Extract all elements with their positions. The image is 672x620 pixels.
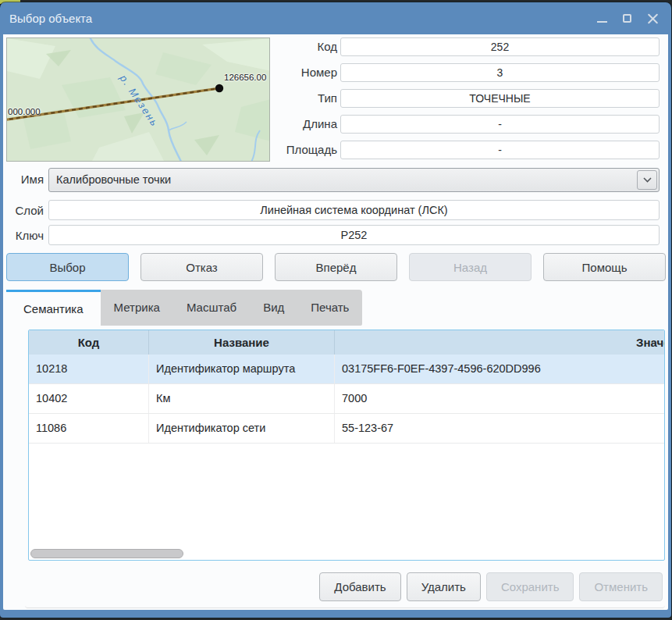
name-combobox-value: Калибровочные точки xyxy=(56,173,171,186)
titlebar[interactable]: Выбор объекта xyxy=(0,2,671,34)
layer-label: Слой xyxy=(3,204,44,217)
window-title: Выбор объекта xyxy=(9,2,92,34)
table-row[interactable]: 10218 Идентификатор маршрута 03175FF6-F0… xyxy=(29,355,664,384)
type-label: Тип xyxy=(265,89,337,108)
column-header-name[interactable]: Название xyxy=(149,330,335,355)
dialog-frame-bottom xyxy=(25,605,665,608)
key-label: Ключ xyxy=(3,229,44,242)
chevron-down-icon xyxy=(643,177,652,183)
add-button[interactable]: Добавить xyxy=(319,572,400,601)
map-start-point-label: 000.000 xyxy=(8,107,41,116)
cell-name: Км xyxy=(149,384,335,413)
object-selection-dialog: Выбор объекта xyxy=(0,2,671,618)
name-combobox[interactable]: Калибровочные точки xyxy=(48,168,660,192)
tab-metrics[interactable]: Метрика xyxy=(101,290,173,326)
tab-view[interactable]: Вид xyxy=(250,290,297,326)
length-label: Длина xyxy=(265,115,337,134)
cell-code: 10402 xyxy=(29,384,149,413)
type-field[interactable]: ТОЧЕЧНЫЕ xyxy=(340,89,660,108)
name-label: Имя xyxy=(3,173,44,186)
code-label: Код xyxy=(265,37,337,56)
tab-print[interactable]: Печать xyxy=(297,290,362,326)
tab-bar: Семантика Метрика Масштаб Вид Печать xyxy=(6,290,362,326)
tab-semantics[interactable]: Семантика xyxy=(6,290,101,326)
tab-scale[interactable]: Масштаб xyxy=(173,290,250,326)
horizontal-scrollbar[interactable] xyxy=(29,547,664,560)
code-field[interactable]: 252 xyxy=(340,37,660,56)
column-header-value[interactable]: Значение xyxy=(636,330,664,355)
column-header-code[interactable]: Код xyxy=(29,330,149,355)
bottom-button-row: Добавить Удалить Сохранить Отменить xyxy=(3,572,663,601)
help-button[interactable]: Помощь xyxy=(543,253,666,281)
table-row[interactable]: 10402 Км 7000 xyxy=(29,384,664,414)
maximize-icon[interactable] xyxy=(623,14,631,23)
semantics-table[interactable]: Код Название Значение 10218 Идентификато… xyxy=(28,330,665,561)
cell-code: 10218 xyxy=(29,355,149,383)
combobox-dropdown-button[interactable] xyxy=(637,170,657,190)
forward-button[interactable]: Вперёд xyxy=(275,253,397,281)
map-end-point-label: 126656.00 xyxy=(224,73,266,82)
layer-field[interactable]: Линейная система координат (ЛСК) xyxy=(48,200,660,220)
select-button[interactable]: Выбор xyxy=(6,253,129,281)
cell-value: 03175FF6-F0EF-4397-4596-620DD996 xyxy=(335,355,664,383)
key-field[interactable]: P252 xyxy=(48,225,660,245)
action-button-row: Выбор Отказ Вперёд Назад Помощь xyxy=(6,253,666,281)
dialog-content: 126656.00 000.000 р. Мезень Код 252 Номе… xyxy=(3,34,668,610)
cancel-button[interactable]: Отказ xyxy=(140,253,263,281)
table-header: Код Название Значение xyxy=(29,330,664,355)
area-field[interactable]: - xyxy=(340,141,660,159)
scrollbar-thumb[interactable] xyxy=(30,549,183,558)
undo-button[interactable]: Отменить xyxy=(579,572,663,601)
number-label: Номер xyxy=(265,63,337,82)
map-preview[interactable]: 126656.00 000.000 р. Мезень xyxy=(6,37,270,162)
save-button[interactable]: Сохранить xyxy=(486,572,574,601)
number-field[interactable]: 3 xyxy=(340,63,660,82)
close-icon[interactable] xyxy=(647,12,659,24)
back-button[interactable]: Назад xyxy=(409,253,532,281)
cell-value: 55-123-67 xyxy=(335,414,664,443)
cell-value: 7000 xyxy=(335,384,664,413)
cell-name: Идентификатор маршрута xyxy=(149,355,335,383)
minimize-icon[interactable] xyxy=(597,21,607,23)
length-field[interactable]: - xyxy=(340,115,660,134)
table-row[interactable]: 11086 Идентификатор сети 55-123-67 xyxy=(29,414,664,444)
delete-button[interactable]: Удалить xyxy=(407,572,481,601)
area-label: Площадь xyxy=(265,141,337,159)
cell-name: Идентификатор сети xyxy=(149,414,335,443)
cell-code: 11086 xyxy=(29,414,149,443)
